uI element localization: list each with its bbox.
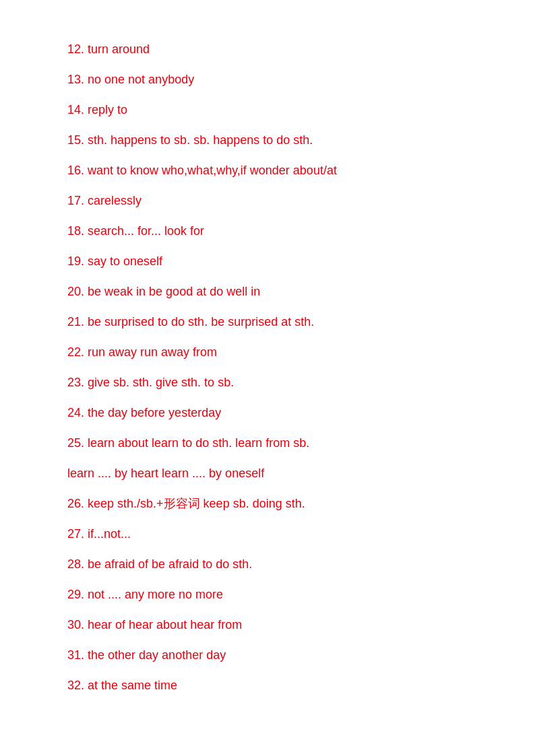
item-text: no one not anybody	[84, 73, 194, 86]
list-item: 30. hear of hear about hear from	[67, 616, 468, 634]
item-text: sth. happens to sb. sb. happens to do st…	[84, 133, 313, 147]
item-number: 13.	[67, 73, 84, 86]
list-item: 20. be weak in be good at do well in	[67, 283, 468, 301]
item-number: 23.	[67, 376, 84, 389]
list-item: 28. be afraid of be afraid to do sth.	[67, 555, 468, 574]
item-text: carelessly	[84, 194, 141, 207]
item-number: 14.	[67, 103, 84, 116]
item-number: 32.	[67, 679, 84, 692]
item-number: 16.	[67, 164, 84, 177]
item-number: 27.	[67, 527, 84, 541]
list-item: 26. keep sth./sb.+形容词 keep sb. doing sth…	[67, 495, 468, 513]
item-text: keep sth./sb.+形容词 keep sb. doing sth.	[84, 497, 305, 510]
list-item: 31. the other day another day	[67, 646, 468, 664]
list-item: 13. no one not anybody	[67, 71, 468, 89]
item-number: 26.	[67, 497, 84, 510]
list-item: 19. say to oneself	[67, 252, 468, 271]
list-item: 24. the day before yesterday	[67, 404, 468, 422]
item-number: 25.	[67, 436, 84, 450]
item-text: not .... any more no more	[84, 588, 223, 601]
item-text: if...not...	[84, 527, 131, 541]
item-text: give sb. sth. give sth. to sb.	[84, 376, 234, 389]
item-text: learn about learn to do sth. learn from …	[84, 436, 309, 450]
list-item: 21. be surprised to do sth. be surprised…	[67, 313, 468, 331]
item-number: 30.	[67, 618, 84, 631]
list-item: learn .... by heart learn .... by onesel…	[67, 465, 468, 483]
item-text: turn around	[84, 42, 150, 56]
item-text: run away run away from	[84, 345, 217, 359]
item-text: the day before yesterday	[84, 406, 221, 419]
item-text: the other day another day	[84, 648, 226, 662]
item-number: 18.	[67, 224, 84, 238]
list-item: 23. give sb. sth. give sth. to sb.	[67, 374, 468, 392]
item-text: be weak in be good at do well in	[84, 285, 260, 298]
list-item: 22. run away run away from	[67, 343, 468, 362]
item-number: 15.	[67, 133, 84, 147]
item-number: 29.	[67, 588, 84, 601]
item-text: want to know who,what,why,if wonder abou…	[84, 164, 337, 177]
item-number: 31.	[67, 648, 84, 662]
item-number: 12.	[67, 42, 84, 56]
item-number: 21.	[67, 315, 84, 329]
item-text: search... for... look for	[84, 224, 204, 238]
list-item: 17. carelessly	[67, 192, 468, 210]
list-item: 27. if...not...	[67, 525, 468, 543]
item-number: 17.	[67, 194, 84, 207]
item-number: 24.	[67, 406, 84, 419]
item-text: reply to	[84, 103, 127, 116]
list-item: 32. at the same time	[67, 677, 468, 695]
item-number: 28.	[67, 557, 84, 571]
list-item: 18. search... for... look for	[67, 222, 468, 240]
list-item: 12. turn around	[67, 40, 468, 59]
item-number: 19.	[67, 254, 84, 268]
list-item: 16. want to know who,what,why,if wonder …	[67, 162, 468, 180]
item-text: hear of hear about hear from	[84, 618, 242, 631]
item-text: be afraid of be afraid to do sth.	[84, 557, 252, 571]
item-number: 20.	[67, 285, 84, 298]
item-text: learn .... by heart learn .... by onesel…	[67, 467, 264, 480]
item-text: say to oneself	[84, 254, 162, 268]
item-number: 22.	[67, 345, 84, 359]
item-text: be surprised to do sth. be surprised at …	[84, 315, 314, 329]
item-text: at the same time	[84, 679, 177, 692]
list-item: 14. reply to	[67, 101, 468, 119]
list-item: 29. not .... any more no more	[67, 586, 468, 604]
list-item: 25. learn about learn to do sth. learn f…	[67, 434, 468, 452]
list-item: 15. sth. happens to sb. sb. happens to d…	[67, 131, 468, 149]
